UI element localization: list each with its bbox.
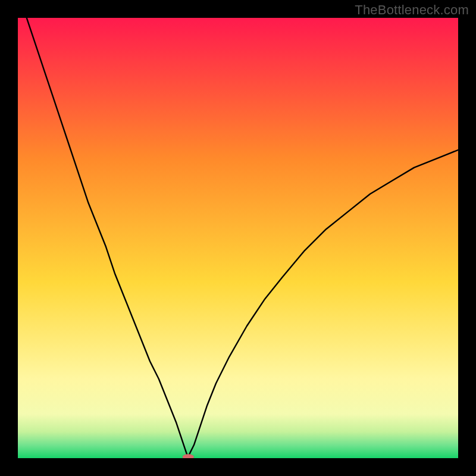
bottleneck-chart	[18, 18, 458, 458]
gradient-background	[18, 18, 458, 458]
chart-frame: TheBottleneck.com	[0, 0, 476, 476]
watermark-text: TheBottleneck.com	[355, 2, 469, 18]
